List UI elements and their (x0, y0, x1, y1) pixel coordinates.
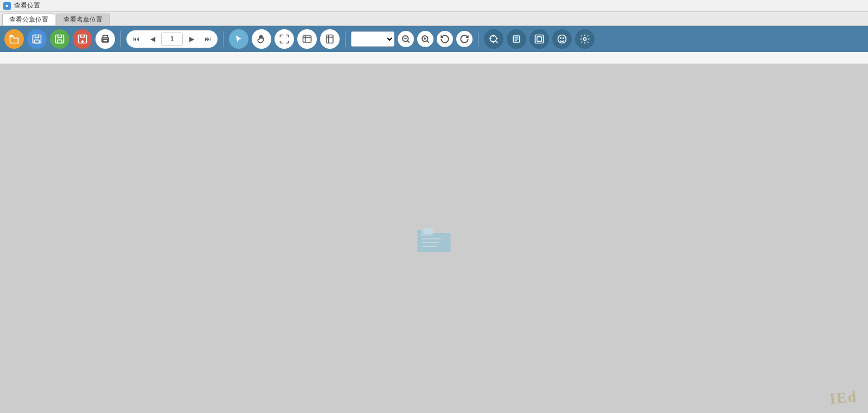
canvas-area: IEd (0, 64, 868, 413)
tab-mingzhang[interactable]: 查看名章位置 (56, 14, 110, 25)
fit-width-button[interactable] (297, 29, 317, 49)
watermark: IEd (829, 388, 858, 408)
svg-line-17 (496, 41, 498, 43)
separator-1 (120, 31, 121, 47)
save-as-button[interactable] (50, 29, 69, 49)
nav-prev-button[interactable]: ◀ (145, 31, 160, 47)
zoom-out-button[interactable] (398, 31, 414, 47)
nav-next-button[interactable]: ▶ (184, 31, 199, 47)
title-bar: ■ 查看位置 (0, 0, 868, 12)
title-text: 查看位置 (14, 1, 40, 10)
svg-point-22 (560, 38, 561, 39)
svg-line-15 (427, 41, 429, 42)
svg-rect-2 (56, 35, 64, 43)
svg-rect-4 (79, 35, 87, 43)
svg-rect-8 (327, 35, 333, 43)
svg-rect-19 (535, 35, 544, 43)
fit-page-button[interactable] (275, 29, 294, 49)
svg-rect-1 (35, 40, 39, 43)
svg-rect-3 (58, 40, 62, 43)
tab-bar: 查看公章位置 查看名章位置 (0, 12, 868, 26)
subtitle-bar (0, 52, 868, 64)
save-button[interactable] (27, 29, 47, 49)
rotate-right-button[interactable] (456, 31, 473, 47)
svg-point-24 (584, 38, 586, 41)
svg-rect-20 (537, 37, 541, 41)
fit-height-button[interactable] (320, 29, 340, 49)
print-button[interactable] (95, 29, 115, 49)
frame-button[interactable] (529, 29, 549, 49)
separator-3 (345, 31, 346, 47)
open-button[interactable] (4, 29, 24, 49)
nav-last-button[interactable]: ⏭ (200, 31, 215, 47)
svg-rect-7 (303, 36, 311, 42)
toolbar: ⏮ ◀ ▶ ⏭ 25% 50% (0, 26, 868, 52)
stamp-button[interactable] (507, 29, 526, 49)
export-button[interactable] (73, 29, 92, 49)
svg-line-11 (407, 41, 409, 42)
search-text-button[interactable] (484, 29, 503, 49)
hand-tool-button[interactable] (252, 29, 271, 49)
nav-first-button[interactable]: ⏮ (129, 31, 144, 47)
page-number-input[interactable] (161, 33, 183, 46)
app-icon: ■ (3, 2, 11, 10)
rotate-left-button[interactable] (437, 31, 453, 47)
page-navigation: ⏮ ◀ ▶ ⏭ (126, 30, 218, 48)
folder-svg (415, 224, 453, 254)
svg-rect-0 (33, 35, 41, 43)
separator-2 (223, 31, 224, 47)
svg-rect-6 (103, 40, 107, 42)
tab-gongzhang[interactable]: 查看公章位置 (2, 14, 55, 25)
cursor-tool-button[interactable] (229, 29, 248, 49)
svg-rect-27 (424, 228, 433, 234)
zoom-in-button[interactable] (417, 31, 433, 47)
svg-point-23 (563, 38, 564, 39)
zoom-select[interactable]: 25% 50% 75% 100% 125% 150% 200% (351, 31, 394, 47)
settings-button[interactable] (575, 29, 595, 49)
empty-state-icon (415, 224, 453, 254)
separator-4 (478, 31, 478, 47)
face-button[interactable] (552, 29, 572, 49)
